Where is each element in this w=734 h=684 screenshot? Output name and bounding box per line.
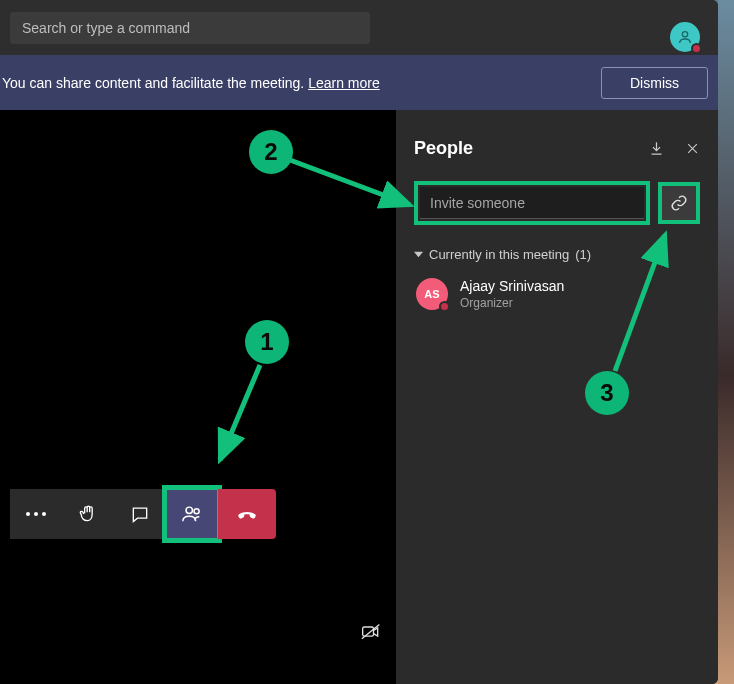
- people-panel: People: [396, 110, 718, 684]
- chat-button[interactable]: [114, 489, 166, 539]
- participants-section-header[interactable]: Currently in this meeting (1): [414, 247, 700, 262]
- link-icon: [670, 194, 688, 212]
- section-label: Currently in this meeting: [429, 247, 569, 262]
- titlebar: Search or type a command: [0, 0, 718, 55]
- user-avatar[interactable]: [670, 22, 700, 52]
- info-banner: You can share content and facilitate the…: [0, 55, 718, 110]
- svg-point-1: [186, 507, 192, 513]
- invite-box-highlight: [414, 181, 650, 225]
- learn-more-link[interactable]: Learn more: [308, 75, 380, 91]
- callout-2: 2: [249, 130, 293, 174]
- copy-join-link-button[interactable]: [658, 182, 700, 224]
- hand-icon: [78, 504, 98, 524]
- chat-icon: [130, 504, 150, 524]
- meeting-toolbar: [10, 489, 276, 539]
- panel-title: People: [414, 138, 473, 159]
- svg-point-2: [194, 509, 199, 514]
- ellipsis-icon: [26, 512, 46, 516]
- panel-header: People: [414, 138, 700, 159]
- download-icon: [648, 140, 665, 157]
- app-window: Search or type a command You can share c…: [0, 0, 718, 684]
- section-count: (1): [575, 247, 591, 262]
- invite-row: [414, 181, 700, 225]
- svg-point-0: [682, 32, 687, 37]
- banner-text: You can share content and facilitate the…: [2, 75, 380, 91]
- search-input[interactable]: Search or type a command: [10, 12, 370, 44]
- dismiss-button[interactable]: Dismiss: [601, 67, 708, 99]
- close-panel-button[interactable]: [685, 140, 700, 157]
- svg-rect-3: [363, 627, 374, 636]
- close-icon: [685, 141, 700, 156]
- raise-hand-button[interactable]: [62, 489, 114, 539]
- phone-hangup-icon: [235, 502, 259, 526]
- invite-someone-input[interactable]: [420, 187, 644, 219]
- more-actions-button[interactable]: [10, 489, 62, 539]
- search-placeholder: Search or type a command: [22, 20, 190, 36]
- people-icon: [181, 503, 203, 525]
- callout-3: 3: [585, 371, 629, 415]
- download-attendance-button[interactable]: [648, 140, 665, 157]
- show-participants-button[interactable]: [166, 489, 218, 539]
- presence-busy-icon: [691, 43, 702, 54]
- participant-role: Organizer: [460, 296, 564, 310]
- video-area: [0, 110, 396, 684]
- chevron-down-icon: [414, 250, 423, 259]
- desktop-background: [718, 0, 734, 684]
- presence-busy-icon: [439, 301, 450, 312]
- participant-initials: AS: [424, 288, 439, 300]
- participant-row[interactable]: AS Ajaay Srinivasan Organizer: [414, 278, 700, 310]
- participant-avatar: AS: [416, 278, 448, 310]
- callout-1: 1: [245, 320, 289, 364]
- participant-name: Ajaay Srinivasan: [460, 278, 564, 294]
- user-icon: [677, 29, 693, 45]
- camera-status-icon: [361, 623, 381, 645]
- hang-up-button[interactable]: [218, 489, 276, 539]
